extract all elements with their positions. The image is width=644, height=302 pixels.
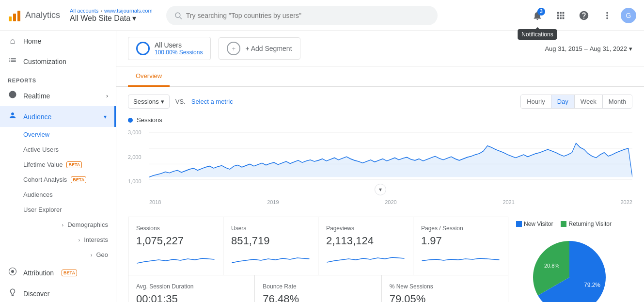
sidebar-item-audience[interactable]: Audience ▾ bbox=[0, 106, 116, 127]
metric-pageviews: Pageviews 2,113,124 bbox=[318, 217, 413, 275]
metric-dropdown[interactable]: Sessions ▾ bbox=[128, 95, 170, 109]
more-button[interactable] bbox=[597, 6, 617, 25]
sidebar-sub-active-users[interactable]: Active Users bbox=[23, 142, 116, 157]
metric-users-name: Users bbox=[231, 225, 310, 232]
week-button[interactable]: Week bbox=[575, 95, 603, 108]
pages-session-sparkline bbox=[421, 251, 500, 266]
sidebar-item-discover[interactable]: Discover bbox=[0, 283, 116, 302]
sidebar-sub-overview[interactable]: Overview bbox=[23, 127, 116, 142]
metric-users-value: 851,719 bbox=[231, 235, 310, 247]
sidebar-item-customization[interactable]: Customization bbox=[0, 51, 116, 72]
sidebar-audience-label: Audience bbox=[23, 113, 51, 121]
sidebar-sub-geo[interactable]: › Geo bbox=[23, 247, 116, 262]
date-range[interactable]: Aug 31, 2015 – Aug 31, 2022 ▾ bbox=[545, 45, 632, 52]
lifetime-value-label: Lifetime Value bbox=[23, 161, 63, 168]
pie-chart-svg: 79.2% 20.8% bbox=[516, 231, 623, 302]
help-button[interactable] bbox=[574, 6, 594, 25]
users-sparkline bbox=[231, 251, 310, 266]
attribution-icon bbox=[8, 267, 17, 278]
metric-pageviews-value: 2,113,124 bbox=[326, 235, 405, 247]
breadcrumb-bottom[interactable]: All Web Site Data ▾ bbox=[70, 14, 153, 23]
audiences-label: Audiences bbox=[23, 191, 53, 198]
overview-label: Overview bbox=[23, 131, 49, 138]
metrics-row-1: Sessions 1,075,227 Users 851,719 bbox=[128, 217, 508, 275]
hourly-button[interactable]: Hourly bbox=[521, 95, 551, 108]
metric-avg-name: Avg. Session Duration bbox=[136, 283, 247, 290]
sessions-legend-dot bbox=[128, 118, 133, 123]
audience-submenu: Overview Active Users Lifetime Value BET… bbox=[0, 127, 116, 262]
sidebar-item-home[interactable]: ⌂ Home bbox=[0, 31, 116, 51]
customization-icon bbox=[8, 56, 17, 67]
svg-rect-2 bbox=[17, 11, 20, 21]
metric-bounce-rate: Bounce Rate 76.48% bbox=[255, 275, 381, 302]
sidebar-item-attribution[interactable]: Attribution BETA bbox=[0, 262, 116, 283]
chart-controls: Sessions ▾ VS. Select a metric Hourly Da… bbox=[128, 95, 632, 109]
demographics-label: Demographics bbox=[67, 221, 108, 228]
metrics-section: Sessions 1,075,227 Users 851,719 bbox=[128, 217, 508, 302]
avatar[interactable]: G bbox=[621, 8, 636, 23]
date-range-end: Aug 31, 2022 bbox=[590, 45, 627, 52]
demographics-arrow: › bbox=[62, 222, 64, 228]
sidebar-sub-lifetime-value[interactable]: Lifetime Value BETA bbox=[23, 157, 116, 172]
sidebar-home-label: Home bbox=[23, 37, 41, 45]
discover-label: Discover bbox=[23, 290, 49, 298]
main-layout: ⌂ Home Customization REPORTS Realtime › … bbox=[0, 31, 644, 302]
sessions-sparkline bbox=[136, 251, 215, 266]
metric-new-sessions-value: 79.05% bbox=[390, 293, 500, 302]
dropdown-chevron: ▾ bbox=[132, 14, 136, 23]
help-icon bbox=[579, 10, 589, 21]
sidebar-item-realtime[interactable]: Realtime › bbox=[0, 85, 116, 106]
topbar: Analytics All accounts › www.tsijournals… bbox=[0, 0, 644, 31]
discover-icon bbox=[8, 288, 17, 299]
geo-arrow: › bbox=[91, 252, 93, 258]
chart-legend: Sessions bbox=[128, 116, 632, 124]
vs-text: VS. bbox=[175, 98, 186, 105]
metric-sessions-value: 1,075,227 bbox=[136, 235, 215, 247]
metric-users: Users 851,719 bbox=[223, 217, 318, 275]
pageviews-sparkline bbox=[326, 251, 405, 266]
segment-label: All Users bbox=[155, 41, 203, 49]
chart-scroll-button[interactable]: ▾ bbox=[375, 184, 386, 195]
breadcrumb-separator: › bbox=[100, 8, 102, 14]
sidebar-sub-audiences[interactable]: Audiences bbox=[23, 187, 116, 202]
metric-pages-session-value: 1.97 bbox=[421, 235, 500, 247]
notification-tooltip: Notifications bbox=[518, 29, 557, 40]
y-label-3000: 3,000 bbox=[128, 129, 147, 135]
search-input[interactable] bbox=[186, 12, 430, 19]
interests-arrow: › bbox=[78, 237, 80, 243]
metric-pageviews-name: Pageviews bbox=[326, 225, 405, 232]
day-button[interactable]: Day bbox=[551, 95, 575, 108]
pie-section: New Visitor Returning Visitor bbox=[508, 217, 644, 302]
notifications-button[interactable]: 3 Notifications bbox=[528, 6, 547, 25]
time-buttons: Hourly Day Week Month bbox=[520, 95, 632, 109]
returning-visitor-color-sq bbox=[561, 221, 566, 227]
all-users-segment[interactable]: All Users 100.00% Sessions bbox=[128, 37, 211, 60]
metric-pages-session: Pages / Session 1.97 bbox=[413, 217, 508, 275]
apps-button[interactable] bbox=[551, 6, 570, 25]
chart-container: 3,000 2,000 1,000 bbox=[128, 127, 632, 205]
search-bar[interactable] bbox=[166, 6, 438, 25]
select-metric[interactable]: Select a metric bbox=[191, 98, 233, 105]
sidebar-sub-cohort-analysis[interactable]: Cohort Analysis BETA bbox=[23, 172, 116, 187]
active-users-label: Active Users bbox=[23, 146, 59, 153]
content-area: All Users 100.00% Sessions + + Add Segme… bbox=[116, 31, 644, 302]
segment-circle bbox=[136, 42, 150, 55]
metric-new-sessions-name: % New Sessions bbox=[390, 283, 500, 290]
user-explorer-label: User Explorer bbox=[23, 206, 62, 213]
breadcrumb: All accounts › www.tsijournals.com All W… bbox=[70, 8, 153, 23]
svg-text:20.8%: 20.8% bbox=[544, 263, 559, 269]
segment-sub: 100.00% Sessions bbox=[155, 49, 203, 56]
date-range-chevron: ▾ bbox=[629, 45, 632, 52]
audience-chevron: ▾ bbox=[104, 113, 107, 120]
tab-overview[interactable]: Overview bbox=[128, 66, 170, 87]
sessions-legend-label: Sessions bbox=[137, 116, 162, 124]
month-button[interactable]: Month bbox=[603, 95, 632, 108]
cohort-analysis-label: Cohort Analysis bbox=[23, 176, 67, 183]
site-link[interactable]: www.tsijournals.com bbox=[104, 8, 153, 14]
all-accounts-link[interactable]: All accounts bbox=[70, 8, 98, 14]
sidebar-sub-demographics[interactable]: › Demographics bbox=[23, 217, 116, 232]
new-visitor-color-sq bbox=[516, 221, 522, 227]
sidebar-sub-interests[interactable]: › Interests bbox=[23, 232, 116, 247]
add-segment[interactable]: + + Add Segment bbox=[219, 37, 300, 60]
sidebar-sub-user-explorer[interactable]: User Explorer bbox=[23, 202, 116, 217]
